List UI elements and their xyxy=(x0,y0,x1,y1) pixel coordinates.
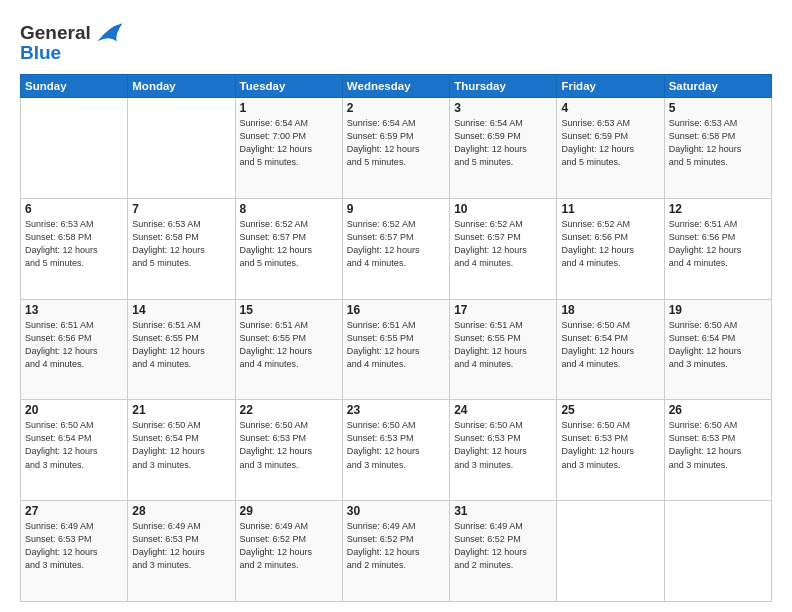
day-number: 31 xyxy=(454,504,552,518)
calendar-week-row: 6Sunrise: 6:53 AM Sunset: 6:58 PM Daylig… xyxy=(21,198,772,299)
day-number: 21 xyxy=(132,403,230,417)
day-info: Sunrise: 6:50 AM Sunset: 6:53 PM Dayligh… xyxy=(240,419,338,471)
day-info: Sunrise: 6:51 AM Sunset: 6:55 PM Dayligh… xyxy=(347,319,445,371)
calendar-cell xyxy=(21,98,128,199)
calendar-cell: 24Sunrise: 6:50 AM Sunset: 6:53 PM Dayli… xyxy=(450,400,557,501)
calendar-cell: 5Sunrise: 6:53 AM Sunset: 6:58 PM Daylig… xyxy=(664,98,771,199)
header: General Blue xyxy=(20,16,772,64)
day-number: 10 xyxy=(454,202,552,216)
day-info: Sunrise: 6:52 AM Sunset: 6:56 PM Dayligh… xyxy=(561,218,659,270)
calendar-cell: 12Sunrise: 6:51 AM Sunset: 6:56 PM Dayli… xyxy=(664,198,771,299)
day-number: 4 xyxy=(561,101,659,115)
calendar-cell: 14Sunrise: 6:51 AM Sunset: 6:55 PM Dayli… xyxy=(128,299,235,400)
day-number: 14 xyxy=(132,303,230,317)
day-info: Sunrise: 6:50 AM Sunset: 6:53 PM Dayligh… xyxy=(347,419,445,471)
calendar-cell: 2Sunrise: 6:54 AM Sunset: 6:59 PM Daylig… xyxy=(342,98,449,199)
calendar-cell: 13Sunrise: 6:51 AM Sunset: 6:56 PM Dayli… xyxy=(21,299,128,400)
calendar-cell: 7Sunrise: 6:53 AM Sunset: 6:58 PM Daylig… xyxy=(128,198,235,299)
day-info: Sunrise: 6:53 AM Sunset: 6:59 PM Dayligh… xyxy=(561,117,659,169)
calendar-cell: 23Sunrise: 6:50 AM Sunset: 6:53 PM Dayli… xyxy=(342,400,449,501)
calendar-cell: 30Sunrise: 6:49 AM Sunset: 6:52 PM Dayli… xyxy=(342,501,449,602)
day-number: 12 xyxy=(669,202,767,216)
calendar-cell: 29Sunrise: 6:49 AM Sunset: 6:52 PM Dayli… xyxy=(235,501,342,602)
logo-blue-text: Blue xyxy=(20,42,61,64)
day-number: 26 xyxy=(669,403,767,417)
calendar-cell: 20Sunrise: 6:50 AM Sunset: 6:54 PM Dayli… xyxy=(21,400,128,501)
calendar-cell: 27Sunrise: 6:49 AM Sunset: 6:53 PM Dayli… xyxy=(21,501,128,602)
day-info: Sunrise: 6:50 AM Sunset: 6:54 PM Dayligh… xyxy=(132,419,230,471)
day-info: Sunrise: 6:53 AM Sunset: 6:58 PM Dayligh… xyxy=(25,218,123,270)
day-info: Sunrise: 6:50 AM Sunset: 6:53 PM Dayligh… xyxy=(669,419,767,471)
calendar-cell: 16Sunrise: 6:51 AM Sunset: 6:55 PM Dayli… xyxy=(342,299,449,400)
calendar-cell: 22Sunrise: 6:50 AM Sunset: 6:53 PM Dayli… xyxy=(235,400,342,501)
day-number: 29 xyxy=(240,504,338,518)
day-info: Sunrise: 6:49 AM Sunset: 6:52 PM Dayligh… xyxy=(454,520,552,572)
day-number: 3 xyxy=(454,101,552,115)
calendar-cell xyxy=(128,98,235,199)
weekday-header-friday: Friday xyxy=(557,75,664,98)
calendar-cell: 18Sunrise: 6:50 AM Sunset: 6:54 PM Dayli… xyxy=(557,299,664,400)
calendar-cell: 9Sunrise: 6:52 AM Sunset: 6:57 PM Daylig… xyxy=(342,198,449,299)
calendar-week-row: 27Sunrise: 6:49 AM Sunset: 6:53 PM Dayli… xyxy=(21,501,772,602)
calendar-cell: 21Sunrise: 6:50 AM Sunset: 6:54 PM Dayli… xyxy=(128,400,235,501)
day-info: Sunrise: 6:50 AM Sunset: 6:54 PM Dayligh… xyxy=(669,319,767,371)
day-info: Sunrise: 6:50 AM Sunset: 6:53 PM Dayligh… xyxy=(454,419,552,471)
logo-bird-icon xyxy=(94,20,124,46)
day-info: Sunrise: 6:50 AM Sunset: 6:54 PM Dayligh… xyxy=(561,319,659,371)
day-info: Sunrise: 6:51 AM Sunset: 6:55 PM Dayligh… xyxy=(240,319,338,371)
calendar-cell: 15Sunrise: 6:51 AM Sunset: 6:55 PM Dayli… xyxy=(235,299,342,400)
day-info: Sunrise: 6:49 AM Sunset: 6:53 PM Dayligh… xyxy=(25,520,123,572)
day-info: Sunrise: 6:52 AM Sunset: 6:57 PM Dayligh… xyxy=(240,218,338,270)
calendar-cell: 8Sunrise: 6:52 AM Sunset: 6:57 PM Daylig… xyxy=(235,198,342,299)
calendar-week-row: 13Sunrise: 6:51 AM Sunset: 6:56 PM Dayli… xyxy=(21,299,772,400)
day-number: 5 xyxy=(669,101,767,115)
day-number: 9 xyxy=(347,202,445,216)
day-info: Sunrise: 6:51 AM Sunset: 6:56 PM Dayligh… xyxy=(25,319,123,371)
day-number: 27 xyxy=(25,504,123,518)
day-number: 11 xyxy=(561,202,659,216)
calendar-cell: 4Sunrise: 6:53 AM Sunset: 6:59 PM Daylig… xyxy=(557,98,664,199)
day-number: 2 xyxy=(347,101,445,115)
day-info: Sunrise: 6:49 AM Sunset: 6:52 PM Dayligh… xyxy=(347,520,445,572)
calendar-cell xyxy=(664,501,771,602)
calendar-cell: 3Sunrise: 6:54 AM Sunset: 6:59 PM Daylig… xyxy=(450,98,557,199)
day-number: 28 xyxy=(132,504,230,518)
calendar-cell: 19Sunrise: 6:50 AM Sunset: 6:54 PM Dayli… xyxy=(664,299,771,400)
day-info: Sunrise: 6:54 AM Sunset: 6:59 PM Dayligh… xyxy=(454,117,552,169)
weekday-header-sunday: Sunday xyxy=(21,75,128,98)
weekday-header-monday: Monday xyxy=(128,75,235,98)
day-info: Sunrise: 6:49 AM Sunset: 6:53 PM Dayligh… xyxy=(132,520,230,572)
day-number: 25 xyxy=(561,403,659,417)
day-info: Sunrise: 6:52 AM Sunset: 6:57 PM Dayligh… xyxy=(454,218,552,270)
day-number: 13 xyxy=(25,303,123,317)
calendar-cell: 11Sunrise: 6:52 AM Sunset: 6:56 PM Dayli… xyxy=(557,198,664,299)
day-info: Sunrise: 6:54 AM Sunset: 7:00 PM Dayligh… xyxy=(240,117,338,169)
day-info: Sunrise: 6:50 AM Sunset: 6:53 PM Dayligh… xyxy=(561,419,659,471)
logo: General Blue xyxy=(20,20,124,64)
day-info: Sunrise: 6:52 AM Sunset: 6:57 PM Dayligh… xyxy=(347,218,445,270)
day-info: Sunrise: 6:53 AM Sunset: 6:58 PM Dayligh… xyxy=(669,117,767,169)
calendar-week-row: 20Sunrise: 6:50 AM Sunset: 6:54 PM Dayli… xyxy=(21,400,772,501)
calendar-cell: 28Sunrise: 6:49 AM Sunset: 6:53 PM Dayli… xyxy=(128,501,235,602)
day-info: Sunrise: 6:51 AM Sunset: 6:55 PM Dayligh… xyxy=(132,319,230,371)
day-number: 20 xyxy=(25,403,123,417)
day-number: 30 xyxy=(347,504,445,518)
day-number: 23 xyxy=(347,403,445,417)
day-number: 8 xyxy=(240,202,338,216)
day-info: Sunrise: 6:51 AM Sunset: 6:56 PM Dayligh… xyxy=(669,218,767,270)
day-info: Sunrise: 6:54 AM Sunset: 6:59 PM Dayligh… xyxy=(347,117,445,169)
day-number: 17 xyxy=(454,303,552,317)
calendar-cell: 1Sunrise: 6:54 AM Sunset: 7:00 PM Daylig… xyxy=(235,98,342,199)
calendar-week-row: 1Sunrise: 6:54 AM Sunset: 7:00 PM Daylig… xyxy=(21,98,772,199)
day-number: 22 xyxy=(240,403,338,417)
weekday-header-thursday: Thursday xyxy=(450,75,557,98)
day-info: Sunrise: 6:49 AM Sunset: 6:52 PM Dayligh… xyxy=(240,520,338,572)
day-number: 24 xyxy=(454,403,552,417)
day-info: Sunrise: 6:51 AM Sunset: 6:55 PM Dayligh… xyxy=(454,319,552,371)
logo-general-text: General xyxy=(20,22,91,44)
logo-container: General Blue xyxy=(20,20,124,64)
page: General Blue SundayMondayTuesdayWednesda… xyxy=(0,0,792,612)
calendar-cell: 26Sunrise: 6:50 AM Sunset: 6:53 PM Dayli… xyxy=(664,400,771,501)
day-number: 18 xyxy=(561,303,659,317)
calendar-cell: 25Sunrise: 6:50 AM Sunset: 6:53 PM Dayli… xyxy=(557,400,664,501)
